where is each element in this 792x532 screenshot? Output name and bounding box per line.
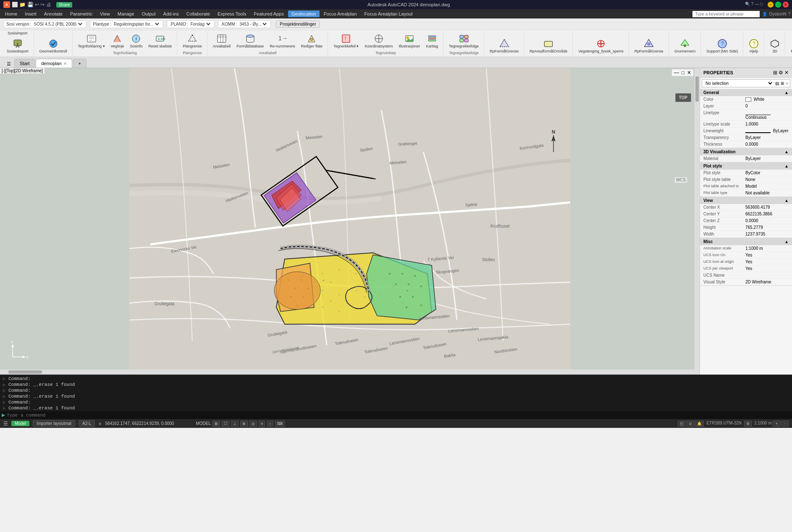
3d-button[interactable]: 3D (767, 37, 782, 55)
ortho-toggle[interactable]: ⊥ (231, 421, 239, 427)
rpformal-grense2-button[interactable]: RpFormålGrense (632, 37, 666, 55)
kartlag-button[interactable]: Kartlag (423, 32, 441, 50)
menu-focus-arealplan[interactable]: Focus Arealplan (320, 10, 360, 17)
search-input[interactable] (692, 11, 760, 17)
map-svg[interactable]: - - Vaskenveien Vaskenveien Eleonoras Ve… (0, 68, 700, 375)
prop-width-value[interactable]: 1237.9735 (745, 232, 789, 236)
close-button[interactable]: ✕ (783, 2, 789, 8)
prop-plot-attached-value[interactable]: Model (745, 184, 789, 189)
koordinatsystem-button[interactable]: Koordinatsystem (362, 32, 395, 50)
tegnegrekkefolge-button[interactable]: Tegnegrekkefolge (446, 32, 481, 50)
prop-centerx-value[interactable]: 563600.4179 (745, 205, 789, 210)
rpareal-button[interactable]: RpArealformålOmråde (527, 37, 570, 55)
prop-ucs-per-vp-value[interactable]: Yes (745, 266, 789, 271)
prop-ucs-icon-origin-value[interactable]: Yes (745, 259, 789, 264)
zoom-minus-button[interactable]: - (782, 421, 789, 427)
tegnforklaring-button[interactable]: Tegnforklaring ▾ (76, 32, 108, 50)
tab-demoplan-close[interactable]: ✕ (63, 61, 67, 66)
prop-transparency-value[interactable]: ByLayer (745, 135, 789, 140)
model-tab-button[interactable]: Model (11, 421, 29, 426)
zoom-plus-button[interactable]: + (773, 421, 781, 427)
re-nummerere-button[interactable]: 1→2 Re-nummerere (267, 32, 298, 50)
polar-toggle[interactable]: ⊕ (240, 421, 248, 427)
sosi-version-select[interactable]: SOSI 4.5.2 (PBL 2008) (32, 21, 84, 27)
plantype-select[interactable]: Reguleringsplan for... (112, 21, 160, 27)
prop-anno-scale-value[interactable]: 1:1000 m (745, 246, 789, 251)
menu-view[interactable]: View (97, 10, 113, 17)
rediger-flate-button[interactable]: Rediger flate (299, 32, 325, 50)
vertical-scrollbar[interactable] (695, 68, 700, 375)
prop-plot-type-value[interactable]: Not available (745, 191, 789, 195)
prop-plot-style-value[interactable]: ByColor (745, 170, 789, 175)
prop-deselect-button[interactable]: ○ (786, 81, 788, 86)
prop-section-misc-header[interactable]: Misc ▲ (700, 238, 792, 245)
menu-home[interactable]: Home (2, 10, 21, 17)
sosiesksport-button[interactable]: Sosiesksport (4, 37, 31, 55)
prop-section-general-header[interactable]: General ▲ (700, 89, 792, 96)
quick-props-button[interactable]: ◰ (678, 421, 686, 427)
h-scroll-thumb[interactable] (8, 370, 42, 374)
arealtabell-button[interactable]: Arealtabell (210, 32, 233, 50)
geometrikontroll-button[interactable]: Geometrikontroll (37, 37, 70, 55)
prop-centerz-value[interactable]: 0.0000 (745, 218, 789, 223)
top-view-button[interactable]: TOP (675, 93, 691, 102)
sosinfo-button[interactable]: i Sosinfo (127, 32, 145, 50)
prop-settings-button[interactable]: ⚙ (779, 70, 783, 76)
prop-section-3d-header[interactable]: 3D Visualization ▲ (700, 148, 792, 155)
v-scroll-thumb[interactable] (695, 76, 699, 102)
horizontal-scrollbar[interactable] (0, 370, 695, 375)
prop-color-value[interactable]: White (745, 97, 789, 102)
prop-section-view-header[interactable]: View ▲ (700, 197, 792, 204)
vegstenging-button[interactable]: Vegstenging_fysisk_sperre (576, 37, 626, 55)
prop-ucs-name-value[interactable] (745, 273, 789, 278)
hjelp-button[interactable]: ? Hjelp (746, 37, 761, 55)
prop-thickness-value[interactable]: 0.0000 (745, 142, 789, 147)
illustrasjoner-button[interactable]: Illustrasjoner (396, 32, 422, 50)
prop-select-all-button[interactable]: ⊞ (781, 81, 784, 86)
sosisimport-button[interactable]: Sosisimport (5, 30, 30, 37)
grunnervern-button[interactable]: Grunnervern (672, 37, 698, 55)
share-button[interactable]: Share (56, 2, 73, 8)
menu-geolocation[interactable]: Geolocation (288, 10, 320, 17)
drawing-viewport[interactable]: [-][Top][2D Wireframe] — □ ✕ (0, 68, 700, 375)
lineweight-toggle[interactable]: ≡ (259, 421, 265, 427)
tegnerekkefeil-button[interactable]: ! Tegnerkkefeil ▾ (331, 32, 362, 50)
sidebar-toggle[interactable]: ☰ (3, 60, 14, 68)
grid-toggle[interactable]: ⊞ (212, 421, 220, 427)
menu-annotate[interactable]: Annotate (41, 10, 66, 17)
no-selection-select[interactable]: No selection (704, 81, 774, 86)
reset-skaliste-button[interactable]: 1:1000 Reset skaliste (146, 32, 174, 50)
maximize-button[interactable]: □ (775, 2, 781, 8)
help-icon[interactable]: ? (788, 12, 790, 16)
statusbar-menu-button[interactable]: ☰ (3, 421, 8, 427)
menu-output[interactable]: Output (139, 10, 159, 17)
project-settings-button[interactable]: Prosjektinnstillinger (276, 21, 320, 28)
formaldatabase-button[interactable]: Formåldatabase (234, 32, 266, 50)
workspace-button[interactable]: ⚙ (744, 421, 752, 427)
plangrense-button[interactable]: Plangrense (180, 32, 205, 50)
add-layout-button[interactable]: + (98, 420, 102, 427)
tab-demoplan[interactable]: demoplan ✕ (36, 59, 72, 68)
annotation-monitor-button[interactable]: 🔔 (695, 421, 704, 427)
prop-material-value[interactable]: ByLayer (745, 156, 789, 161)
minimize-button[interactable]: – (768, 2, 774, 8)
command-input[interactable] (7, 413, 790, 418)
tab-start[interactable]: Start (14, 59, 35, 68)
prop-visual-style-value[interactable]: 2D Wireframe (745, 280, 789, 284)
menu-parametric[interactable]: Parametric (67, 10, 96, 17)
menu-collaborate[interactable]: Collaborate (183, 10, 213, 17)
prop-lineweight-value[interactable]: ByLayer (745, 128, 789, 133)
prop-filter-button[interactable]: ▤ (775, 81, 779, 86)
osnap-toggle[interactable]: ◎ (249, 421, 257, 427)
dynamic-input-toggle[interactable]: ⌨ (275, 421, 285, 427)
window-controls[interactable]: 🔍 ? — □ – □ ✕ (745, 2, 789, 8)
selection-cycling-button[interactable]: ⊙ (687, 421, 694, 427)
prop-linetype-scale-value[interactable]: 1.0000 (745, 122, 789, 126)
prop-close-button[interactable]: ✕ (784, 70, 789, 76)
planid-select[interactable]: Forslag (189, 21, 212, 27)
prop-layer-value[interactable]: 0 (745, 104, 789, 108)
menu-featured[interactable]: Featured Apps (250, 10, 287, 17)
rpformal-grense-button[interactable]: RpFormålGrense (487, 37, 521, 55)
prop-linetype-value[interactable]: Continuous (745, 110, 789, 120)
a2l-tab-button[interactable]: A2-L (79, 420, 95, 427)
